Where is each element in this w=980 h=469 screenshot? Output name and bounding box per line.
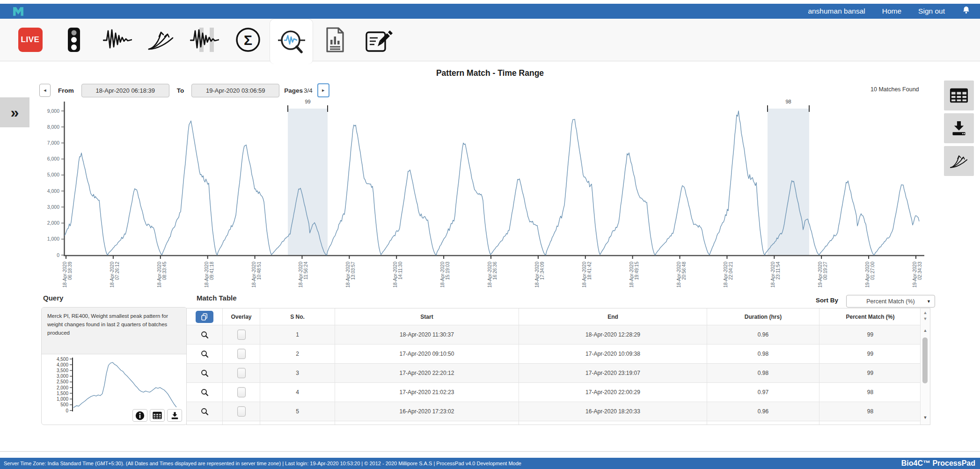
scroll-up-icon[interactable]: ▲ [921,328,930,333]
query-table-button[interactable] [150,409,165,422]
svg-text:5,000: 5,000 [47,172,59,177]
svg-text:18-Apr-202022:04:21: 18-Apr-202022:04:21 [723,262,733,288]
magnifier-icon[interactable] [201,369,209,377]
overlay-curves-icon [950,153,968,169]
svg-text:3,000: 3,000 [57,374,68,379]
query-download-button[interactable] [167,409,182,422]
page-title: Pattern Match - Time Range [0,68,980,78]
sort-by-value: Percent Match (%) [866,298,915,305]
top-bar: anshuman bansal Home Sign out [0,4,980,19]
cell-duration: 0.98 [707,364,819,383]
overlay-checkbox[interactable] [237,330,246,340]
magnifier-icon[interactable] [201,350,209,358]
table-row: 217-Apr-2020 09:10:5017-Apr-2020 10:09:3… [187,344,921,364]
svg-text:18-Apr-202015:19:03: 18-Apr-202015:19:03 [440,262,450,288]
query-heading: Query [43,294,63,302]
match-table: OverlayS No.StartEndDuration (hrs)Percen… [186,308,930,425]
download-button[interactable] [944,113,974,143]
svg-text:4,500: 4,500 [57,357,68,362]
overlay-checkbox[interactable] [237,406,246,417]
bell-icon[interactable] [962,6,971,17]
svg-text:18-Apr-202016:26:36: 18-Apr-202016:26:36 [487,262,497,288]
cell-end [519,421,707,425]
matches-found-text: 10 Matches Found [870,86,931,93]
column-header-end[interactable]: End [519,308,707,325]
cell-duration [707,421,819,425]
module-toolbar: LIVE Σ [0,19,980,61]
traffic-light-icon[interactable] [52,19,95,61]
waveform-icon[interactable] [95,19,139,61]
waveform-bars-icon[interactable] [183,19,226,61]
svg-text:18-Apr-202010:48:51: 18-Apr-202010:48:51 [251,262,262,288]
svg-text:99: 99 [305,99,310,104]
live-button[interactable]: LIVE [8,19,52,61]
to-date-input[interactable] [191,84,279,97]
column-header-start[interactable]: Start [335,308,519,325]
column-header-overlay[interactable]: Overlay [223,308,260,325]
column-header-duration-hrs-[interactable]: Duration (hrs) [707,308,819,325]
cell-end: 17-Apr-2020 10:09:38 [519,344,707,364]
scroll-down-icon[interactable]: ▼ [921,415,930,420]
svg-text:18-Apr-202018:41:42: 18-Apr-202018:41:42 [582,262,592,288]
row-overlay-cell [223,421,260,425]
svg-text:2,500: 2,500 [57,379,68,384]
sigma-summary-icon[interactable]: Σ [226,19,270,61]
match-table-scrollbar[interactable]: ▲ ▼ ▲ ▼ [920,308,930,425]
cell-percent: 99 [819,364,921,383]
tab-pattern-match-search[interactable] [270,19,313,64]
home-link[interactable]: Home [882,7,901,15]
sort-by-dropdown[interactable]: Percent Match (%) ▼ [846,295,935,308]
pattern-match-time-series-chart[interactable]: 999801,0002,0003,0004,0005,0006,0007,000… [40,96,929,293]
svg-text:2,000: 2,000 [57,385,68,390]
user-name: anshuman bansal [808,7,865,15]
svg-text:19-Apr-202000:19:27: 19-Apr-202000:19:27 [818,262,828,288]
match-table-header-row: OverlayS No.StartEndDuration (hrs)Percen… [187,308,921,325]
sort-down-icon[interactable]: ▼ [921,316,930,321]
match-table-heading: Match Table [197,294,237,302]
status-bar: Server Time Zone: India Standard Time (G… [0,458,980,469]
row-zoom-cell [187,402,223,421]
column-header-s-no-[interactable]: S No. [260,308,335,325]
overlay-curves-button[interactable] [944,146,974,176]
cell-sno: 2 [260,344,335,364]
brand-text: Bio4C™ ProcessPad [901,459,980,468]
content-divider [0,451,980,452]
table-view-button[interactable] [944,81,974,110]
logo-m-shape [13,7,23,16]
cell-percent: 98 [819,402,921,421]
next-page-button[interactable]: ► [317,83,329,97]
svg-text:3,000: 3,000 [47,204,59,210]
curves-pattern-icon[interactable] [139,19,183,61]
svg-text:18-Apr-202009:41:18: 18-Apr-202009:41:18 [204,262,214,288]
overlay-checkbox[interactable] [237,368,246,378]
column-header-percent-match-[interactable]: Percent Match (%) [819,308,921,325]
table-row [187,421,921,425]
svg-text:18-Apr-202020:56:48: 18-Apr-202020:56:48 [676,262,687,288]
svg-text:0: 0 [66,408,68,413]
svg-text:0: 0 [57,252,59,258]
svg-text:1,500: 1,500 [57,391,68,396]
magnifier-icon[interactable] [201,408,209,416]
table-grid-icon [950,88,968,103]
row-overlay-cell [223,402,260,421]
expand-panel-button[interactable]: » [0,97,29,127]
sign-out-link[interactable]: Sign out [918,7,945,15]
magnifier-icon[interactable] [201,388,209,396]
edit-notes-icon[interactable] [357,19,400,61]
cell-duration: 0.98 [707,344,819,364]
prev-page-button[interactable]: ◄ [39,84,51,97]
query-info-button[interactable] [132,409,147,422]
cell-sno [260,421,335,425]
copy-table-button[interactable] [196,311,213,323]
svg-text:4,000: 4,000 [57,362,68,367]
overlay-checkbox[interactable] [237,387,246,397]
magnifier-icon[interactable] [201,331,209,339]
cell-end: 17-Apr-2020 22:00:29 [519,383,707,402]
overlay-checkbox[interactable] [237,349,246,359]
from-date-input[interactable] [81,84,169,97]
report-icon[interactable] [313,19,357,61]
sort-up-icon[interactable]: ▲ [921,310,930,315]
download-icon [950,120,968,137]
scrollbar-thumb[interactable] [922,337,928,383]
millipore-m-logo[interactable] [11,6,25,17]
